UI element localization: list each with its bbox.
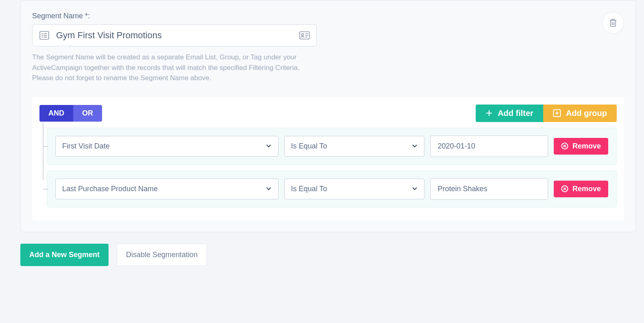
bottom-actions: Add a New Segment Disable Segmentation (20, 244, 636, 266)
filter-value-input[interactable] (437, 142, 541, 151)
filter-row: Last Purchase Product Name Is Equal To R… (47, 170, 617, 207)
remove-circle-icon (561, 142, 568, 150)
filter-rows: First Visit Date Is Equal To Remove (39, 128, 617, 207)
add-group-button[interactable]: Add group (543, 105, 617, 122)
add-segment-button[interactable]: Add a New Segment (20, 244, 109, 266)
filter-value-input[interactable] (437, 184, 541, 194)
logic-or-button[interactable]: OR (73, 105, 102, 122)
svg-rect-0 (611, 20, 616, 26)
chevron-down-icon (412, 187, 418, 191)
remove-filter-button[interactable]: Remove (554, 138, 608, 155)
chevron-down-icon (266, 187, 272, 191)
plus-icon (485, 109, 493, 117)
filter-panel: AND OR Add filter Add group (32, 97, 624, 220)
contact-card-icon (299, 31, 310, 39)
disable-segmentation-button[interactable]: Disable Segmentation (117, 244, 207, 266)
segment-help-text: The Segment Name will be created as a se… (32, 52, 317, 83)
add-filter-label: Add filter (498, 109, 533, 118)
filter-field-value: Last Purchase Product Name (62, 185, 158, 193)
remove-filter-button[interactable]: Remove (554, 181, 608, 197)
add-group-label: Add group (566, 109, 607, 118)
chevron-down-icon (266, 144, 272, 148)
svg-point-4 (42, 37, 42, 37)
plus-box-icon (553, 109, 561, 117)
tree-line (43, 122, 44, 180)
segment-name-input-wrap[interactable] (32, 24, 317, 46)
remove-circle-icon (561, 185, 568, 192)
filter-header: AND OR Add filter Add group (39, 105, 617, 122)
filter-field-value: First Visit Date (62, 142, 110, 151)
filter-field-select[interactable]: First Visit Date (55, 136, 278, 157)
svg-point-3 (42, 35, 42, 35)
filter-operator-value: Is Equal To (291, 185, 327, 193)
svg-point-2 (42, 33, 42, 34)
logic-toggle: AND OR (39, 105, 102, 122)
trash-icon (609, 18, 617, 27)
tree-branch (43, 189, 48, 190)
filter-field-select[interactable]: Last Purchase Product Name (55, 179, 278, 199)
logic-and-button[interactable]: AND (39, 105, 73, 122)
filter-operator-select[interactable]: Is Equal To (284, 179, 424, 199)
filter-value-input-wrap[interactable] (430, 178, 548, 200)
chevron-down-icon (412, 144, 418, 148)
add-filter-button[interactable]: Add filter (476, 105, 543, 122)
segment-card: Segment Name *: The Segment Name will be… (20, 0, 636, 232)
segment-name-input[interactable] (55, 30, 299, 41)
filter-operator-select[interactable]: Is Equal To (284, 136, 424, 157)
filter-value-input-wrap[interactable] (430, 135, 548, 157)
remove-label: Remove (572, 142, 601, 151)
tree-branch (43, 146, 48, 147)
svg-point-6 (302, 34, 304, 36)
list-icon (39, 30, 50, 41)
delete-segment-button[interactable] (602, 12, 624, 34)
filter-row: First Visit Date Is Equal To Remove (47, 128, 617, 165)
filter-actions: Add filter Add group (476, 105, 617, 122)
remove-label: Remove (572, 185, 601, 193)
filter-operator-value: Is Equal To (291, 142, 327, 151)
segment-name-label: Segment Name *: (32, 12, 624, 20)
